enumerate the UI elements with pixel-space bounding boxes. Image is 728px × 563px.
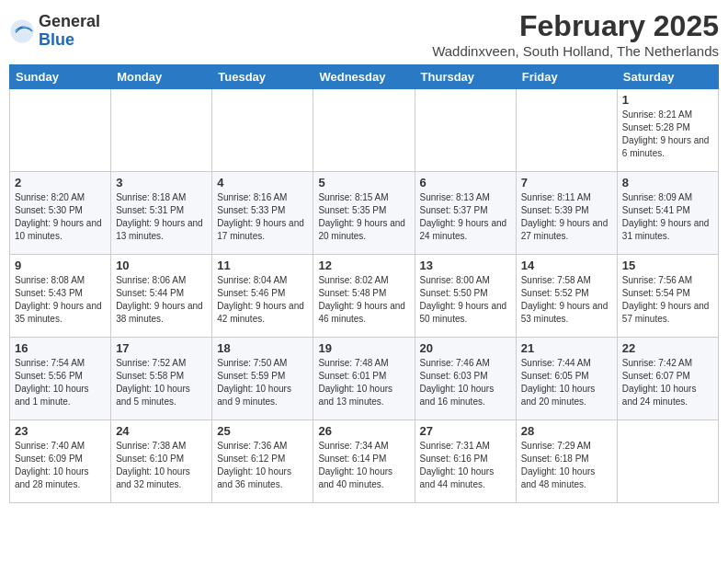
day-cell: 23Sunrise: 7:40 AM Sunset: 6:09 PM Dayli… xyxy=(10,420,111,503)
day-cell: 24Sunrise: 7:38 AM Sunset: 6:10 PM Dayli… xyxy=(111,420,212,503)
header: General Blue February 2025 Waddinxveen, … xyxy=(9,9,719,59)
day-info-text: Sunrise: 8:18 AM Sunset: 5:31 PM Dayligh… xyxy=(116,192,203,241)
day-info-text: Sunrise: 7:40 AM Sunset: 6:09 PM Dayligh… xyxy=(15,441,89,489)
day-info-text: Sunrise: 8:16 AM Sunset: 5:33 PM Dayligh… xyxy=(217,192,304,241)
day-info-text: Sunrise: 7:34 AM Sunset: 6:14 PM Dayligh… xyxy=(318,441,392,489)
day-cell: 25Sunrise: 7:36 AM Sunset: 6:12 PM Dayli… xyxy=(212,420,313,503)
day-number: 28 xyxy=(521,424,612,438)
day-info-text: Sunrise: 7:56 AM Sunset: 5:54 PM Dayligh… xyxy=(622,275,710,324)
svg-point-0 xyxy=(10,19,33,42)
day-info-text: Sunrise: 7:36 AM Sunset: 6:12 PM Dayligh… xyxy=(217,441,291,489)
day-info-text: Sunrise: 7:44 AM Sunset: 6:05 PM Dayligh… xyxy=(521,358,596,407)
day-cell: 17Sunrise: 7:52 AM Sunset: 5:58 PM Dayli… xyxy=(111,338,212,420)
day-cell: 28Sunrise: 7:29 AM Sunset: 6:18 PM Dayli… xyxy=(516,420,617,503)
day-info-text: Sunrise: 7:29 AM Sunset: 6:18 PM Dayligh… xyxy=(521,441,596,489)
day-cell: 6Sunrise: 8:13 AM Sunset: 5:37 PM Daylig… xyxy=(415,172,516,255)
day-info-text: Sunrise: 7:58 AM Sunset: 5:52 PM Dayligh… xyxy=(521,275,609,324)
day-cell: 16Sunrise: 7:54 AM Sunset: 5:56 PM Dayli… xyxy=(10,338,111,420)
day-number: 9 xyxy=(15,259,106,272)
day-info-text: Sunrise: 7:31 AM Sunset: 6:16 PM Dayligh… xyxy=(420,441,495,489)
day-cell: 26Sunrise: 7:34 AM Sunset: 6:14 PM Dayli… xyxy=(313,420,415,503)
day-number: 3 xyxy=(116,176,207,190)
day-cell: 11Sunrise: 8:04 AM Sunset: 5:46 PM Dayli… xyxy=(212,255,313,338)
day-cell: 21Sunrise: 7:44 AM Sunset: 6:05 PM Dayli… xyxy=(516,338,617,420)
day-cell: 12Sunrise: 8:02 AM Sunset: 5:48 PM Dayli… xyxy=(313,255,415,338)
weekday-header-row: SundayMondayTuesdayWednesdayThursdayFrid… xyxy=(10,65,719,89)
day-cell xyxy=(10,89,111,172)
logo: General Blue xyxy=(9,13,100,50)
day-cell: 27Sunrise: 7:31 AM Sunset: 6:16 PM Dayli… xyxy=(415,420,516,503)
day-cell: 1Sunrise: 8:21 AM Sunset: 5:28 PM Daylig… xyxy=(617,89,718,172)
week-row-5: 23Sunrise: 7:40 AM Sunset: 6:09 PM Dayli… xyxy=(10,420,719,503)
day-cell: 4Sunrise: 8:16 AM Sunset: 5:33 PM Daylig… xyxy=(212,172,313,255)
day-number: 19 xyxy=(318,341,409,355)
weekday-header-monday: Monday xyxy=(111,65,212,89)
weekday-header-sunday: Sunday xyxy=(10,65,111,89)
day-cell: 5Sunrise: 8:15 AM Sunset: 5:35 PM Daylig… xyxy=(313,172,415,255)
day-cell: 15Sunrise: 7:56 AM Sunset: 5:54 PM Dayli… xyxy=(617,255,718,338)
week-row-1: 1Sunrise: 8:21 AM Sunset: 5:28 PM Daylig… xyxy=(10,89,719,172)
logo-blue-text: Blue xyxy=(39,31,100,50)
day-cell: 18Sunrise: 7:50 AM Sunset: 5:59 PM Dayli… xyxy=(212,338,313,420)
day-info-text: Sunrise: 7:50 AM Sunset: 5:59 PM Dayligh… xyxy=(217,358,291,407)
weekday-header-wednesday: Wednesday xyxy=(313,65,415,89)
month-title: February 2025 xyxy=(432,9,719,43)
day-cell xyxy=(212,89,313,172)
day-number: 16 xyxy=(15,341,106,355)
day-cell: 9Sunrise: 8:08 AM Sunset: 5:43 PM Daylig… xyxy=(10,255,111,338)
day-cell: 3Sunrise: 8:18 AM Sunset: 5:31 PM Daylig… xyxy=(111,172,212,255)
calendar-table: SundayMondayTuesdayWednesdayThursdayFrid… xyxy=(9,64,719,503)
day-info-text: Sunrise: 8:20 AM Sunset: 5:30 PM Dayligh… xyxy=(15,192,102,241)
day-number: 1 xyxy=(622,93,713,107)
day-info-text: Sunrise: 7:48 AM Sunset: 6:01 PM Dayligh… xyxy=(318,358,392,407)
day-info-text: Sunrise: 7:42 AM Sunset: 6:07 PM Dayligh… xyxy=(622,358,697,407)
day-cell: 14Sunrise: 7:58 AM Sunset: 5:52 PM Dayli… xyxy=(516,255,617,338)
day-number: 22 xyxy=(622,341,713,355)
day-cell: 19Sunrise: 7:48 AM Sunset: 6:01 PM Dayli… xyxy=(313,338,415,420)
day-info-text: Sunrise: 7:54 AM Sunset: 5:56 PM Dayligh… xyxy=(15,358,89,407)
day-number: 11 xyxy=(217,259,308,272)
day-info-text: Sunrise: 8:11 AM Sunset: 5:39 PM Dayligh… xyxy=(521,192,609,241)
week-row-2: 2Sunrise: 8:20 AM Sunset: 5:30 PM Daylig… xyxy=(10,172,719,255)
day-info-text: Sunrise: 8:04 AM Sunset: 5:46 PM Dayligh… xyxy=(217,275,304,324)
day-info-text: Sunrise: 8:13 AM Sunset: 5:37 PM Dayligh… xyxy=(420,192,507,241)
day-cell: 2Sunrise: 8:20 AM Sunset: 5:30 PM Daylig… xyxy=(10,172,111,255)
day-cell: 13Sunrise: 8:00 AM Sunset: 5:50 PM Dayli… xyxy=(415,255,516,338)
day-number: 10 xyxy=(116,259,207,272)
title-area: February 2025 Waddinxveen, South Holland… xyxy=(432,9,719,59)
day-number: 4 xyxy=(217,176,308,190)
day-info-text: Sunrise: 8:00 AM Sunset: 5:50 PM Dayligh… xyxy=(420,275,507,324)
day-cell xyxy=(111,89,212,172)
day-number: 2 xyxy=(15,176,106,190)
day-cell xyxy=(516,89,617,172)
day-info-text: Sunrise: 8:02 AM Sunset: 5:48 PM Dayligh… xyxy=(318,275,405,324)
day-cell xyxy=(313,89,415,172)
location-title: Waddinxveen, South Holland, The Netherla… xyxy=(432,43,719,59)
day-cell: 20Sunrise: 7:46 AM Sunset: 6:03 PM Dayli… xyxy=(415,338,516,420)
day-info-text: Sunrise: 8:15 AM Sunset: 5:35 PM Dayligh… xyxy=(318,192,405,241)
day-number: 21 xyxy=(521,341,612,355)
day-number: 27 xyxy=(420,424,511,438)
day-number: 20 xyxy=(420,341,511,355)
day-number: 13 xyxy=(420,259,511,272)
day-number: 17 xyxy=(116,341,207,355)
logo-general-text: General xyxy=(39,13,100,31)
week-row-3: 9Sunrise: 8:08 AM Sunset: 5:43 PM Daylig… xyxy=(10,255,719,338)
day-number: 14 xyxy=(521,259,612,272)
day-info-text: Sunrise: 7:52 AM Sunset: 5:58 PM Dayligh… xyxy=(116,358,190,407)
day-info-text: Sunrise: 8:08 AM Sunset: 5:43 PM Dayligh… xyxy=(15,275,102,324)
day-cell xyxy=(415,89,516,172)
day-cell: 10Sunrise: 8:06 AM Sunset: 5:44 PM Dayli… xyxy=(111,255,212,338)
day-info-text: Sunrise: 8:21 AM Sunset: 5:28 PM Dayligh… xyxy=(622,109,710,158)
day-number: 7 xyxy=(521,176,612,190)
day-cell: 8Sunrise: 8:09 AM Sunset: 5:41 PM Daylig… xyxy=(617,172,718,255)
week-row-4: 16Sunrise: 7:54 AM Sunset: 5:56 PM Dayli… xyxy=(10,338,719,420)
day-info-text: Sunrise: 8:09 AM Sunset: 5:41 PM Dayligh… xyxy=(622,192,710,241)
weekday-header-thursday: Thursday xyxy=(415,65,516,89)
weekday-header-saturday: Saturday xyxy=(617,65,718,89)
weekday-header-friday: Friday xyxy=(516,65,617,89)
day-number: 12 xyxy=(318,259,409,272)
day-cell xyxy=(617,420,718,503)
day-number: 25 xyxy=(217,424,308,438)
day-number: 24 xyxy=(116,424,207,438)
